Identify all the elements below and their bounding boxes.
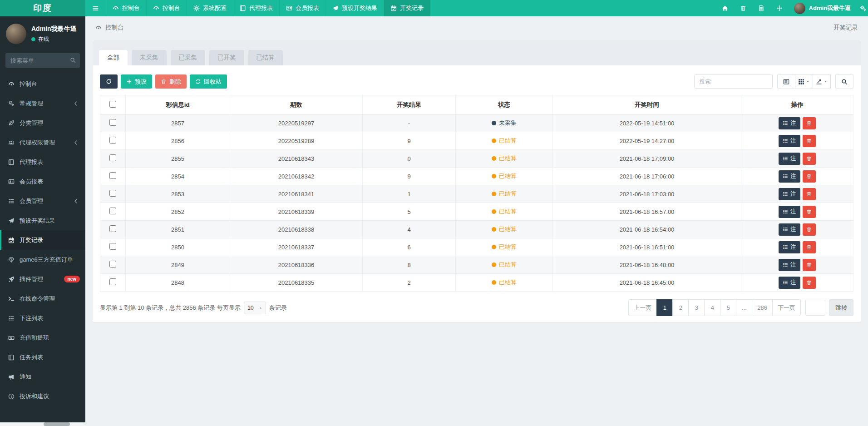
note-button[interactable]: 注 [779, 277, 800, 289]
table-search-input[interactable] [694, 74, 773, 89]
export-button[interactable] [813, 74, 831, 89]
page-button-4[interactable]: 4 [704, 299, 720, 316]
columns-button[interactable] [795, 74, 813, 89]
page-size-select[interactable]: 10 [244, 302, 266, 314]
delete-row-button[interactable] [803, 117, 816, 129]
sidebar-item-recharge-withdraw[interactable]: 充值和提现 [0, 328, 85, 347]
delete-row-button[interactable] [803, 223, 816, 236]
page-ellipsis[interactable]: ... [736, 299, 752, 316]
sidebar-item-online-command[interactable]: 在线命令管理 [0, 289, 85, 308]
home-button[interactable] [716, 0, 734, 16]
nav-item-dashboard-2[interactable]: 控制台 [147, 0, 187, 16]
sidebar-item-bet-list[interactable]: 下注列表 [0, 308, 85, 328]
nav-item-member-report[interactable]: 会员报表 [280, 0, 326, 16]
delete-row-button[interactable] [803, 277, 816, 289]
tab-0[interactable]: 全部 [99, 50, 128, 65]
settings-cogs-button[interactable] [855, 5, 868, 12]
sidebar-item-dashboard[interactable]: 控制台 [0, 74, 85, 94]
delete-row-button[interactable] [803, 153, 816, 165]
row-checkbox[interactable] [109, 208, 116, 214]
cell-status: 已结算 [456, 256, 553, 274]
delete-row-button[interactable] [803, 241, 816, 253]
refresh-button[interactable] [100, 74, 118, 89]
detail-view-button[interactable] [777, 74, 795, 89]
row-checkbox[interactable] [109, 154, 116, 161]
trash-button[interactable] [734, 0, 752, 16]
delete-row-button[interactable] [803, 259, 816, 271]
scrollbar-thumb[interactable] [44, 422, 70, 426]
sidebar-item-agent-permission[interactable]: 代理权限管理 [0, 133, 85, 152]
tab-2[interactable]: 已采集 [171, 50, 206, 65]
select-all-checkbox[interactable] [109, 101, 116, 108]
note-button[interactable]: 注 [779, 206, 800, 218]
row-checkbox[interactable] [109, 172, 116, 179]
sidebar-item-preset-lottery-results[interactable]: 预设开奖结果 [0, 211, 85, 230]
note-button[interactable]: 注 [779, 241, 800, 253]
sidebar-item-notice[interactable]: 通知 [0, 367, 85, 386]
list-icon [7, 198, 15, 204]
nav-item-preset-lottery-results[interactable]: 预设开奖结果 [326, 0, 384, 16]
info-icon [7, 393, 15, 400]
sidebar-toggle-button[interactable] [85, 0, 106, 16]
recycle-bin-button[interactable]: 回收站 [190, 74, 227, 89]
page-next-button[interactable]: 下一页 [772, 299, 801, 316]
clear-cache-button[interactable] [752, 0, 770, 16]
search-toggle-button[interactable] [835, 74, 853, 89]
sidebar-item-member-report[interactable]: 会员报表 [0, 172, 85, 191]
tab-4[interactable]: 已结算 [248, 50, 283, 65]
tab-3[interactable]: 已开奖 [209, 50, 244, 65]
note-button[interactable]: 注 [779, 117, 800, 129]
delete-button[interactable]: 删除 [155, 74, 187, 89]
delete-row-button[interactable] [803, 188, 816, 200]
page-button-5[interactable]: 5 [720, 299, 736, 316]
delete-row-button[interactable] [803, 135, 816, 147]
cell-time: 2022-05-19 14:27:00 [553, 132, 741, 150]
note-button[interactable]: 注 [779, 259, 800, 271]
sidebar-search-input[interactable] [5, 53, 80, 68]
sidebar-item-agent-report[interactable]: 代理报表 [0, 152, 85, 172]
row-checkbox[interactable] [109, 119, 116, 126]
delete-row-button[interactable] [803, 170, 816, 183]
nav-item-system-config[interactable]: 系统配置 [187, 0, 233, 16]
sidebar-item-plugin-management[interactable]: 插件管理 new [0, 269, 85, 289]
search-icon [841, 79, 848, 85]
cell-result: 0 [363, 150, 456, 168]
status-dot-icon [492, 139, 496, 143]
sidebar-item-lottery-records[interactable]: 开奖记录 [0, 230, 85, 250]
note-button[interactable]: 注 [779, 135, 800, 147]
tab-1[interactable]: 未采集 [132, 50, 167, 65]
sidebar-item-complaints-suggestions[interactable]: 投诉和建议 [0, 386, 85, 406]
sidebar-item-game6-recharge-orders[interactable]: game6三方充值订单 [0, 250, 85, 269]
preset-button[interactable]: 预设 [121, 74, 152, 89]
page-button-3[interactable]: 3 [688, 299, 705, 316]
sidebar-item-member-management[interactable]: 会员管理 [0, 191, 85, 211]
nav-item-lottery-records[interactable]: 开奖记录 [384, 0, 430, 16]
page-button-286[interactable]: 286 [752, 299, 773, 316]
nav-item-dashboard-1[interactable]: 控制台 [106, 0, 147, 16]
page-prev-button[interactable]: 上一页 [628, 299, 657, 316]
row-checkbox[interactable] [109, 137, 116, 144]
fullscreen-button[interactable] [770, 0, 789, 16]
sidebar-item-category-management[interactable]: 分类管理 [0, 113, 85, 133]
jump-button[interactable]: 跳转 [829, 299, 853, 316]
cell-actions: 注 [741, 185, 853, 203]
nav-item-agent-report[interactable]: 代理报表 [233, 0, 280, 16]
sidebar-item-task-list[interactable]: 任务列表 [0, 347, 85, 367]
row-checkbox[interactable] [109, 190, 116, 197]
page-button-2[interactable]: 2 [672, 299, 689, 316]
cell-actions: 注 [741, 256, 853, 274]
note-button[interactable]: 注 [779, 223, 800, 236]
row-checkbox[interactable] [109, 278, 116, 285]
row-checkbox[interactable] [109, 225, 116, 232]
delete-row-button[interactable] [803, 206, 816, 218]
row-checkbox[interactable] [109, 243, 116, 250]
user-menu[interactable]: Admin我最牛逼 [789, 3, 855, 14]
sidebar-item-general-management[interactable]: 常规管理 [0, 94, 85, 113]
note-button[interactable]: 注 [779, 188, 800, 200]
sidebar-horizontal-scrollbar[interactable] [0, 422, 85, 426]
note-button[interactable]: 注 [779, 170, 800, 183]
page-button-1[interactable]: 1 [656, 299, 673, 316]
row-checkbox[interactable] [109, 261, 116, 267]
note-button[interactable]: 注 [779, 153, 800, 165]
jump-page-input[interactable] [805, 300, 825, 316]
